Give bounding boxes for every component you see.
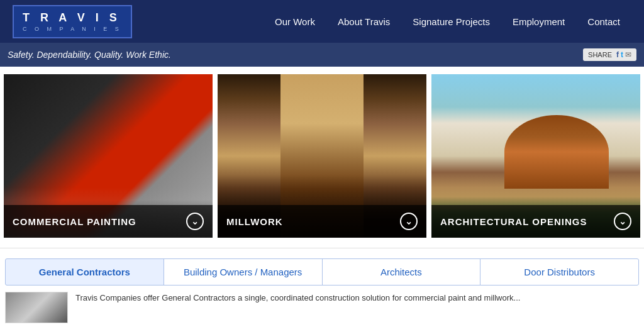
nav-our-work[interactable]: Our Work bbox=[264, 16, 326, 27]
logo-subtitle: C O M P A N I E S bbox=[23, 26, 122, 32]
card-millwork[interactable]: MILLWORK ⌄ bbox=[218, 74, 426, 238]
millwork-expand-button[interactable]: ⌄ bbox=[400, 213, 418, 230]
millwork-text: MILLWORK bbox=[226, 216, 283, 227]
card-millwork-label: MILLWORK ⌄ bbox=[218, 205, 426, 238]
tab-architects[interactable]: Architects bbox=[322, 258, 481, 285]
tab-building-owners[interactable]: Building Owners / Managers bbox=[164, 258, 323, 285]
main-nav: Our Work About Travis Signature Projects… bbox=[264, 16, 631, 27]
tab-general-contractors[interactable]: General Contractors bbox=[5, 258, 164, 285]
card-commercial-painting-label: COMMERCIAL PAINTING ⌄ bbox=[4, 205, 213, 238]
share-button[interactable]: SHARE f t ✉ bbox=[583, 48, 636, 61]
nav-employment[interactable]: Employment bbox=[501, 16, 576, 27]
card-commercial-painting[interactable]: COMMERCIAL PAINTING ⌄ bbox=[4, 74, 213, 238]
chevron-down-icon: ⌄ bbox=[405, 216, 413, 226]
logo[interactable]: T R A V I S C O M P A N I E S bbox=[13, 5, 132, 38]
preview-text: Travis Companies offer General Contracto… bbox=[75, 292, 639, 304]
tagline: Safety. Dependability. Quality. Work Eth… bbox=[8, 50, 171, 60]
commercial-painting-expand-button[interactable]: ⌄ bbox=[186, 213, 204, 230]
tabs-row: General Contractors Building Owners / Ma… bbox=[5, 258, 639, 285]
bottom-preview: Travis Companies offer General Contracto… bbox=[0, 285, 644, 323]
twitter-icon[interactable]: t bbox=[621, 50, 623, 59]
arch-openings-expand-button[interactable]: ⌄ bbox=[614, 213, 631, 230]
nav-about-travis[interactable]: About Travis bbox=[326, 16, 401, 27]
share-label: SHARE bbox=[588, 51, 612, 58]
commercial-painting-text: COMMERCIAL PAINTING bbox=[13, 216, 136, 227]
share-icons: f t ✉ bbox=[616, 50, 631, 59]
chevron-down-icon: ⌄ bbox=[191, 216, 199, 226]
tabs-section: General Contractors Building Owners / Ma… bbox=[0, 248, 644, 285]
preview-thumbnail bbox=[5, 292, 68, 323]
subheader: Safety. Dependability. Quality. Work Eth… bbox=[0, 43, 644, 67]
chevron-down-icon: ⌄ bbox=[619, 216, 627, 226]
logo-title: T R A V I S bbox=[23, 11, 122, 25]
header: T R A V I S C O M P A N I E S Our Work A… bbox=[0, 0, 644, 43]
nav-contact[interactable]: Contact bbox=[576, 16, 631, 27]
card-architectural-openings[interactable]: ARCHITECTURAL OPENINGS ⌄ bbox=[431, 74, 640, 238]
tab-door-distributors[interactable]: Door Distributors bbox=[480, 258, 639, 285]
email-icon[interactable]: ✉ bbox=[625, 50, 631, 59]
image-grid: COMMERCIAL PAINTING ⌄ MILLWORK ⌄ ARCHITE… bbox=[0, 67, 644, 245]
nav-signature-projects[interactable]: Signature Projects bbox=[401, 16, 501, 27]
card-arch-label: ARCHITECTURAL OPENINGS ⌄ bbox=[431, 205, 640, 238]
arch-openings-text: ARCHITECTURAL OPENINGS bbox=[440, 216, 587, 227]
facebook-icon[interactable]: f bbox=[616, 50, 619, 59]
